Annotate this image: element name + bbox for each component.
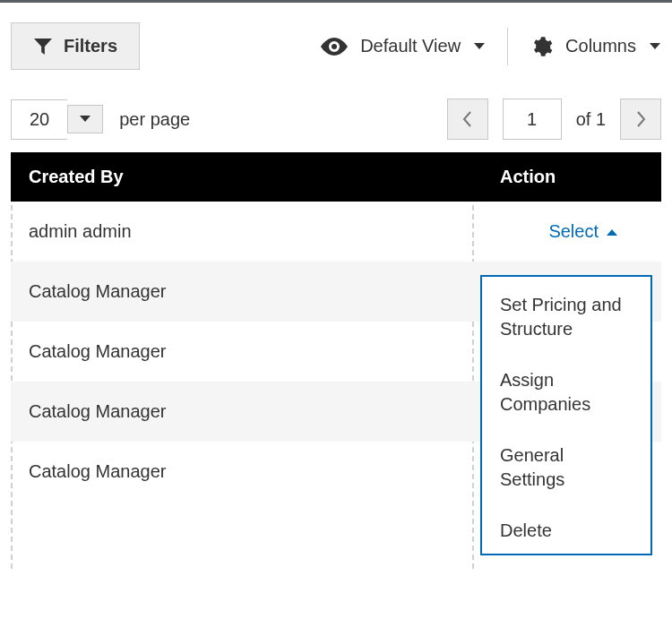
cell-created-by: Catalog Manager <box>11 262 482 322</box>
eye-icon <box>321 38 348 56</box>
gear-icon <box>530 35 553 58</box>
view-label: Default View <box>360 36 461 56</box>
menu-item-pricing[interactable]: Set Pricing and Structure <box>482 277 650 352</box>
menu-item-delete[interactable]: Delete <box>482 503 650 554</box>
next-page-button[interactable] <box>620 99 661 140</box>
chevron-left-icon <box>462 111 473 127</box>
filters-label: Filters <box>64 36 117 56</box>
menu-item-assign-companies[interactable]: Assign Companies <box>482 352 650 427</box>
cell-created-by: Catalog Manager <box>11 322 482 382</box>
chevron-right-icon <box>635 111 646 127</box>
col-action[interactable]: Action <box>482 152 661 202</box>
grid-toolbar: Filters Default View Columns <box>11 19 661 79</box>
page-nav: 1 of 1 <box>447 99 661 140</box>
caret-down-icon <box>473 42 486 51</box>
prev-page-button[interactable] <box>447 99 488 140</box>
current-page-input[interactable]: 1 <box>503 99 562 140</box>
caret-up-icon <box>606 228 618 236</box>
caret-down-icon <box>79 115 91 124</box>
view-switcher[interactable]: Default View <box>321 36 486 56</box>
page-root: Filters Default View Columns 20 <box>0 0 672 619</box>
action-select-link[interactable]: Select <box>548 221 618 242</box>
svg-point-0 <box>332 44 337 49</box>
select-label: Select <box>548 221 599 242</box>
funnel-icon <box>33 38 53 56</box>
per-page-value[interactable]: 20 <box>11 99 67 140</box>
action-dropdown-menu: Set Pricing and Structure Assign Compani… <box>480 275 652 555</box>
per-page-dropdown[interactable] <box>67 105 103 133</box>
filters-button[interactable]: Filters <box>11 22 140 70</box>
columns-button[interactable]: Columns <box>530 35 661 58</box>
per-page-label: per page <box>119 109 190 130</box>
columns-label: Columns <box>565 36 636 56</box>
of-pages-label: of 1 <box>576 109 606 130</box>
col-created-by[interactable]: Created By <box>11 152 482 202</box>
cell-action: Select <box>482 202 661 262</box>
pager-row: 20 per page 1 of 1 <box>11 79 661 152</box>
menu-item-general-settings[interactable]: General Settings <box>482 427 650 503</box>
per-page-group: 20 per page <box>11 99 190 140</box>
caret-down-icon <box>649 42 661 51</box>
table-row: admin admin Select <box>11 202 661 262</box>
cell-created-by: admin admin <box>11 202 482 262</box>
cell-created-by: Catalog Manager <box>11 382 482 442</box>
table-header-row: Created By Action <box>11 152 661 202</box>
toolbar-divider <box>507 28 508 65</box>
cell-created-by: Catalog Manager <box>11 442 482 502</box>
